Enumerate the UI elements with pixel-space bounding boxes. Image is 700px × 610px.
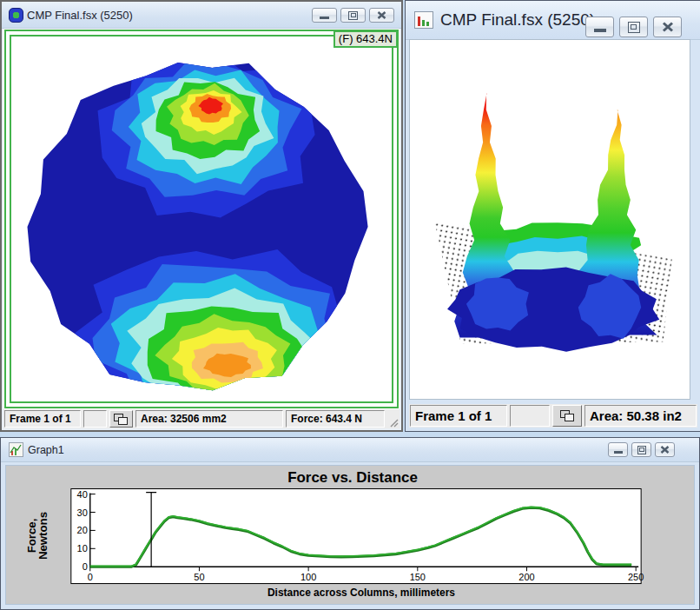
y-tick-label: 20 [77, 525, 88, 535]
close-icon [662, 22, 674, 32]
minimize-button[interactable] [608, 442, 628, 457]
pages-icon [560, 410, 575, 421]
minimize-button[interactable] [585, 17, 614, 37]
chart-title: Force vs. Distance [287, 468, 418, 486]
close-button[interactable] [655, 442, 675, 457]
map2d-canvas[interactable] [12, 37, 391, 402]
surface3d-viewport [409, 39, 690, 400]
window-title-graph: Graph1 [23, 444, 64, 456]
titlebar-3d[interactable]: CMP Final.fsx (5250) [406, 1, 700, 40]
status-frame-counter: Frame 1 of 1 [410, 405, 507, 427]
graph-panel: Force vs. Distance0102030400501001502002… [5, 465, 695, 605]
status-spacer [83, 410, 107, 428]
pages-icon [114, 414, 129, 425]
statusbar-3d: Frame 1 of 1 Area: 50.38 in2 [409, 404, 697, 428]
selection-frame-inner [10, 35, 393, 403]
window-title-3d: CMP Final.fsx (5250) [433, 10, 595, 30]
status-area: Area: 32506 mm2 [135, 410, 283, 428]
minimize-icon [614, 451, 623, 454]
surface3d-canvas[interactable] [410, 40, 690, 399]
titlebar-2d[interactable]: CMP Final.fsx (5250) [2, 2, 401, 29]
window-graph: Graph1 Force vs. Distance010203040050100… [0, 437, 700, 610]
app-icon-3d [414, 11, 433, 29]
statusbar-2d: Frame 1 of 1 Area: 32506 mm2 Force: 643.… [3, 409, 400, 428]
x-tick-label: 150 [410, 572, 426, 582]
force-badge: (F) 643.4N [333, 30, 398, 48]
x-tick-label: 100 [300, 572, 316, 582]
y-tick-label: 40 [77, 489, 88, 500]
x-tick-label: 200 [518, 572, 534, 582]
x-axis-label: Distance across Columns, millimeters [267, 587, 455, 599]
y-tick-label: 30 [77, 507, 88, 517]
y-tick-label: 0 [83, 561, 88, 572]
resize-grip-icon [389, 418, 399, 428]
resize-grip[interactable] [387, 410, 399, 428]
window-pressure-map-3d: CMP Final.fsx (5250) Frame 1 of 1 Area: … [405, 0, 700, 432]
titlebar-graph[interactable]: Graph1 [1, 438, 699, 462]
maximize-icon [628, 22, 640, 33]
pages-button[interactable] [552, 405, 582, 427]
maximize-button[interactable] [631, 442, 651, 457]
y-axis-label: Force,Newtons [25, 512, 50, 560]
chart-canvas: Force vs. Distance0102030400501001502002… [6, 466, 694, 604]
status-spacer [510, 405, 550, 427]
pages-button[interactable] [109, 410, 133, 428]
close-button[interactable] [653, 17, 682, 37]
status-area: Area: 50.38 in2 [584, 405, 697, 427]
status-frame-counter: Frame 1 of 1 [4, 410, 81, 428]
x-tick-label: 0 [88, 572, 93, 582]
close-button[interactable] [369, 8, 394, 23]
maximize-button[interactable] [619, 17, 648, 37]
map2d-viewport: (F) 643.4N [3, 29, 400, 409]
window-pressure-map-2d: CMP Final.fsx (5250) (F) 643.4N Frame 1 … [0, 0, 403, 432]
status-force: Force: 643.4 N [286, 410, 385, 428]
close-icon [377, 11, 386, 19]
minimize-button[interactable] [312, 8, 337, 23]
y-tick-label: 10 [77, 543, 88, 554]
maximize-icon [348, 11, 358, 20]
plot-area [71, 489, 641, 584]
minimize-icon [320, 17, 329, 19]
x-tick-label: 250 [628, 572, 644, 582]
maximize-button[interactable] [340, 8, 366, 23]
graph-icon [9, 442, 23, 457]
maximize-icon [637, 446, 646, 454]
close-icon [660, 446, 670, 454]
x-tick-label: 50 [194, 572, 204, 582]
minimize-icon [594, 29, 606, 32]
app-icon-2d [9, 8, 23, 23]
window-title-2d: CMP Final.fsx (5250) [23, 9, 133, 22]
